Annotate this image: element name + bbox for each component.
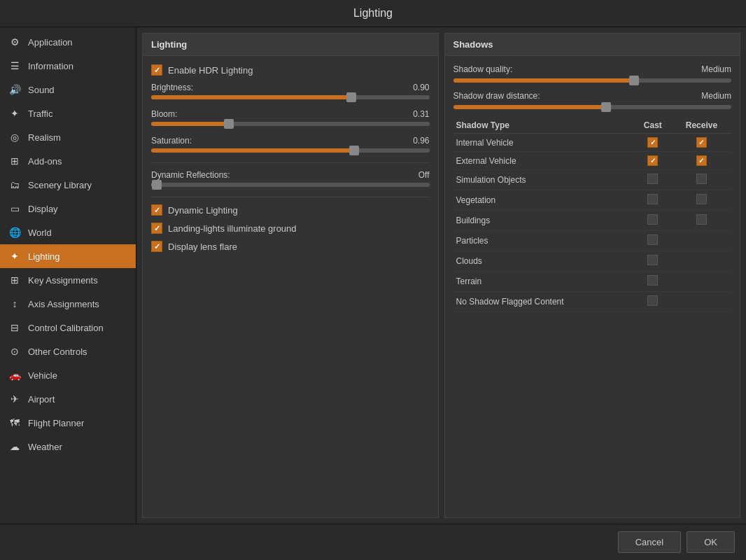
cancel-button[interactable]: Cancel	[618, 531, 681, 553]
saturation-value: 0.96	[413, 136, 429, 146]
shadow-quality-thumb[interactable]	[629, 76, 639, 85]
lens-flare-label: Display lens flare	[168, 241, 237, 252]
bottom-bar: Cancel OK	[0, 524, 746, 560]
sidebar-item-vehicle[interactable]: 🚗 Vehicle	[0, 363, 136, 387]
shadow-cast-checkbox-3[interactable]	[647, 194, 658, 204]
shadow-receive-2	[672, 170, 731, 190]
shadow-quality-row: Shadow quality: Medium	[453, 64, 732, 74]
saturation-track[interactable]	[151, 148, 430, 153]
shadow-cast-checkbox-4[interactable]	[647, 214, 658, 225]
sidebar-item-addons[interactable]: ⊞ Add-ons	[0, 149, 136, 173]
sidebar-label-display: Display	[28, 204, 58, 214]
shadow-draw-distance-track[interactable]	[453, 105, 732, 109]
flight-planner-icon: 🗺	[8, 416, 21, 429]
application-icon: ⚙	[8, 36, 21, 48]
sidebar-item-lighting[interactable]: ✦ Lighting	[0, 244, 136, 268]
sidebar-item-other-controls[interactable]: ⊙ Other Controls	[0, 340, 136, 363]
saturation-thumb[interactable]	[349, 146, 359, 155]
sidebar-label-other-controls: Other Controls	[28, 346, 87, 357]
shadow-receive-checkbox-2[interactable]	[696, 174, 707, 184]
enable-hdr-label: Enable HDR Lighting	[168, 65, 253, 76]
saturation-fill	[151, 148, 354, 153]
shadow-receive-checkbox-3[interactable]	[696, 194, 707, 204]
sidebar-item-application[interactable]: ⚙ Application	[0, 30, 136, 54]
shadow-cast-checkbox-5[interactable]	[647, 234, 658, 245]
shadow-cast-checkbox-0[interactable]: ✓	[647, 137, 658, 148]
shadow-cast-8	[634, 292, 672, 312]
shadow-receive-4	[672, 211, 731, 231]
axis-assignments-icon: ↕	[8, 298, 21, 310]
sidebar-item-weather[interactable]: ☁ Weather	[0, 435, 136, 458]
sidebar-item-sound[interactable]: 🔊 Sound	[0, 78, 136, 102]
sidebar-item-scenery-library[interactable]: 🗂 Scenery Library	[0, 173, 136, 197]
shadow-draw-distance-value: Medium	[701, 91, 731, 101]
shadow-receive-7	[672, 272, 731, 292]
sidebar-label-airport: Airport	[28, 394, 55, 405]
lighting-panel-header: Lighting	[143, 34, 438, 56]
sidebar-item-control-calibration[interactable]: ⊟ Control Calibration	[0, 316, 136, 340]
shadows-panel-header: Shadows	[445, 34, 740, 56]
bloom-thumb[interactable]	[224, 119, 234, 129]
world-icon: 🌐	[8, 226, 21, 239]
shadow-row-label-7: Terrain	[453, 272, 634, 292]
realism-icon: ◎	[8, 131, 21, 144]
brightness-thumb[interactable]	[346, 92, 356, 102]
brightness-track[interactable]	[151, 95, 430, 99]
lens-flare-checkmark: ✓	[154, 242, 160, 251]
addons-icon: ⊞	[8, 155, 21, 167]
brightness-value: 0.90	[413, 83, 429, 92]
dynamic-reflections-thumb[interactable]	[152, 180, 162, 190]
lighting-panel-body: ✓ Enable HDR Lighting Brightness: 0.90	[143, 56, 438, 517]
sidebar-item-information[interactable]: ☰ Information	[0, 54, 136, 78]
sidebar-item-axis-assignments[interactable]: ↕ Axis Assignments	[0, 292, 136, 316]
dynamic-reflections-value: Off	[418, 170, 430, 180]
dynamic-lighting-row: ✓ Dynamic Lighting	[151, 204, 430, 216]
ok-button[interactable]: OK	[687, 531, 735, 553]
shadows-panel: Shadows Shadow quality: Medium Shadow dr…	[444, 33, 741, 518]
sidebar-label-realism: Realism	[28, 132, 61, 143]
shadow-row-label-3: Vegetation	[453, 190, 634, 211]
shadow-receive-checkbox-0[interactable]: ✓	[696, 137, 707, 148]
shadow-receive-checkbox-4[interactable]	[696, 214, 707, 225]
sidebar-label-flight-planner: Flight Planner	[28, 418, 84, 428]
sidebar-item-realism[interactable]: ◎ Realism	[0, 125, 136, 149]
sidebar-item-flight-planner[interactable]: 🗺 Flight Planner	[0, 411, 136, 435]
saturation-label: Saturation:	[151, 136, 192, 146]
shadow-table-row: No Shadow Flagged Content	[453, 292, 732, 312]
sidebar-item-key-assignments[interactable]: ⊞ Key Assignments	[0, 268, 136, 292]
sidebar-item-airport[interactable]: ✈ Airport	[0, 387, 136, 411]
shadow-table-row: Particles	[453, 231, 732, 251]
dynamic-lighting-checkbox[interactable]: ✓	[151, 204, 162, 216]
shadow-cast-0: ✓	[634, 134, 672, 152]
bloom-track[interactable]	[151, 122, 430, 126]
information-icon: ☰	[8, 59, 21, 72]
col-header-type: Shadow Type	[453, 118, 634, 134]
enable-hdr-checkbox[interactable]: ✓	[151, 64, 162, 76]
landing-lights-checkbox[interactable]: ✓	[151, 223, 162, 234]
shadow-cast-checkbox-7[interactable]	[647, 275, 658, 286]
shadow-row-label-4: Buildings	[453, 211, 634, 231]
lens-flare-checkbox[interactable]: ✓	[151, 241, 162, 252]
shadow-quality-track[interactable]	[453, 78, 732, 83]
lighting-icon: ✦	[8, 250, 21, 262]
shadow-table-row: Simulation Objects	[453, 170, 732, 190]
sidebar-item-world[interactable]: 🌐 World	[0, 220, 136, 244]
lens-flare-row: ✓ Display lens flare	[151, 241, 430, 252]
shadow-cast-checkbox-1[interactable]: ✓	[647, 155, 658, 166]
brightness-fill	[151, 95, 351, 99]
shadow-cast-checkbox-2[interactable]	[647, 174, 658, 184]
shadow-cast-checkbox-8[interactable]	[647, 295, 658, 306]
sidebar-label-control-calibration: Control Calibration	[28, 323, 104, 333]
landing-lights-row: ✓ Landing-lights illuminate ground	[151, 223, 430, 234]
key-assignments-icon: ⊞	[8, 274, 21, 286]
shadow-cast-checkbox-6[interactable]	[647, 255, 658, 265]
shadow-draw-distance-thumb[interactable]	[601, 102, 611, 112]
enable-hdr-checkmark: ✓	[154, 66, 160, 75]
sidebar-item-display[interactable]: ▭ Display	[0, 197, 136, 220]
sidebar-item-traffic[interactable]: ✦ Traffic	[0, 102, 136, 125]
shadow-cast-6	[634, 251, 672, 272]
shadow-receive-checkbox-1[interactable]: ✓	[696, 155, 707, 166]
content-area: Lighting ✓ Enable HDR Lighting Brightnes…	[136, 27, 746, 524]
dynamic-reflections-track[interactable]	[151, 183, 430, 187]
dynamic-lighting-label: Dynamic Lighting	[168, 205, 238, 216]
